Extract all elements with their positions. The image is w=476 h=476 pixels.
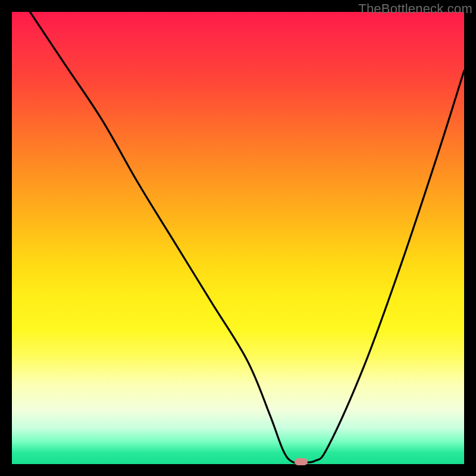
watermark-text: TheBottleneck.com — [358, 1, 472, 17]
bottleneck-curve — [30, 12, 464, 463]
plot-area — [12, 12, 464, 464]
curve-svg — [12, 12, 464, 464]
chart-container: TheBottleneck.com — [0, 0, 476, 476]
optimal-marker — [295, 458, 308, 465]
